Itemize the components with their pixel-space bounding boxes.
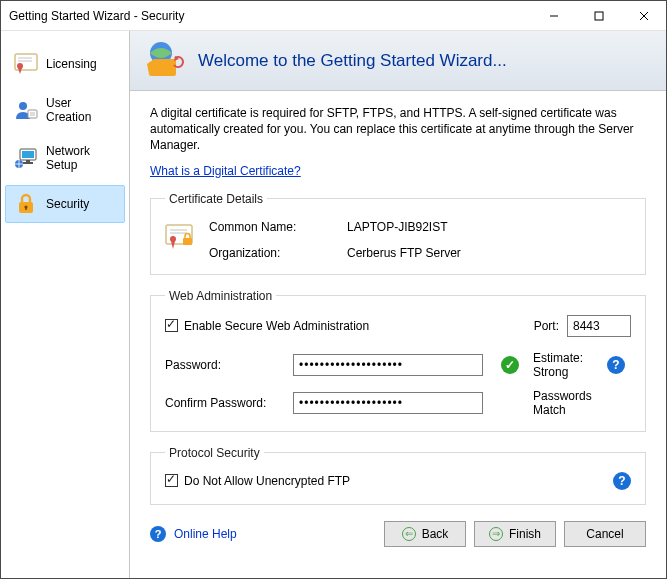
help-icon[interactable]: ? xyxy=(613,472,631,490)
minimize-button[interactable] xyxy=(531,1,576,30)
port-input[interactable] xyxy=(567,315,631,337)
check-circle-icon: ✓ xyxy=(501,356,519,374)
web-administration-legend: Web Administration xyxy=(165,289,276,303)
certificate-details-legend: Certificate Details xyxy=(165,192,267,206)
sidebar-item-label: Network Setup xyxy=(46,144,116,172)
finish-button-label: Finish xyxy=(509,527,541,541)
sidebar-item-security[interactable]: Security xyxy=(5,185,125,223)
close-button[interactable] xyxy=(621,1,666,30)
sidebar: Licensing User Creation Network Setup Se… xyxy=(1,31,130,578)
what-is-cert-link[interactable]: What is a Digital Certificate? xyxy=(150,164,301,178)
user-icon xyxy=(14,98,38,122)
sidebar-item-label: Licensing xyxy=(46,57,97,71)
maximize-button[interactable] xyxy=(576,1,621,30)
lock-icon xyxy=(14,192,38,216)
back-button[interactable]: ⇐ Back xyxy=(384,521,466,547)
certificate-icon xyxy=(165,224,201,255)
titlebar: Getting Started Wizard - Security xyxy=(1,1,666,31)
wizard-window: Getting Started Wizard - Security Licens… xyxy=(0,0,667,579)
svg-rect-15 xyxy=(23,162,33,164)
password-label: Password: xyxy=(165,358,285,372)
cancel-button[interactable]: Cancel xyxy=(564,521,646,547)
globe-folder-icon xyxy=(144,40,184,81)
common-name-value: LAPTOP-JIB92IST xyxy=(347,220,631,234)
password-input[interactable] xyxy=(293,354,483,376)
back-button-label: Back xyxy=(422,527,449,541)
svg-point-8 xyxy=(19,102,27,110)
checkbox-icon xyxy=(165,474,178,487)
main-panel: Welcome to the Getting Started Wizard...… xyxy=(130,31,666,578)
window-title: Getting Started Wizard - Security xyxy=(9,9,531,23)
svg-rect-26 xyxy=(183,238,192,245)
sidebar-item-label: User Creation xyxy=(46,96,116,124)
enable-secure-web-checkbox[interactable]: Enable Secure Web Administration xyxy=(165,319,369,333)
certificate-details-group: Certificate Details Common Name: LAPTOP-… xyxy=(150,192,646,275)
arrow-right-icon: ⇒ xyxy=(489,527,503,541)
port-label: Port: xyxy=(534,319,559,333)
no-unencrypted-ftp-label: Do Not Allow Unencrypted FTP xyxy=(184,474,350,488)
no-unencrypted-ftp-checkbox[interactable]: Do Not Allow Unencrypted FTP xyxy=(165,474,350,488)
svg-rect-14 xyxy=(26,160,30,162)
sidebar-item-label: Security xyxy=(46,197,89,211)
online-help-link[interactable]: Online Help xyxy=(174,527,237,541)
help-icon: ? xyxy=(150,526,166,542)
protocol-security-group: Protocol Security Do Not Allow Unencrypt… xyxy=(150,446,646,505)
network-icon xyxy=(14,146,38,170)
intro-text: A digital certificate is required for SF… xyxy=(150,105,646,154)
cancel-button-label: Cancel xyxy=(586,527,623,541)
window-controls xyxy=(531,1,666,30)
svg-rect-9 xyxy=(28,110,37,118)
confirm-password-label: Confirm Password: xyxy=(165,396,285,410)
finish-button[interactable]: ⇒ Finish xyxy=(474,521,556,547)
svg-rect-1 xyxy=(595,12,603,20)
protocol-security-legend: Protocol Security xyxy=(165,446,264,460)
wizard-title: Welcome to the Getting Started Wizard... xyxy=(198,51,507,71)
password-estimate: Estimate: Strong xyxy=(533,351,599,379)
organization-label: Organization: xyxy=(209,246,339,260)
organization-value: Cerberus FTP Server xyxy=(347,246,631,260)
checkbox-icon xyxy=(165,319,178,332)
sidebar-item-licensing[interactable]: Licensing xyxy=(5,45,125,83)
svg-rect-19 xyxy=(25,207,27,210)
help-icon[interactable]: ? xyxy=(607,356,625,374)
arrow-left-icon: ⇐ xyxy=(402,527,416,541)
sidebar-item-network-setup[interactable]: Network Setup xyxy=(5,137,125,179)
common-name-label: Common Name: xyxy=(209,220,339,234)
content-area: A digital certificate is required for SF… xyxy=(130,91,666,578)
certificate-icon xyxy=(14,52,38,76)
wizard-header: Welcome to the Getting Started Wizard... xyxy=(130,31,666,91)
svg-rect-13 xyxy=(22,151,34,158)
confirm-password-input[interactable] xyxy=(293,392,483,414)
passwords-match-text: Passwords Match xyxy=(533,389,599,417)
web-administration-group: Web Administration Enable Secure Web Adm… xyxy=(150,289,646,432)
wizard-footer: ? Online Help ⇐ Back ⇒ Finish Cancel xyxy=(150,515,646,549)
enable-secure-web-label: Enable Secure Web Administration xyxy=(184,319,369,333)
sidebar-item-user-creation[interactable]: User Creation xyxy=(5,89,125,131)
